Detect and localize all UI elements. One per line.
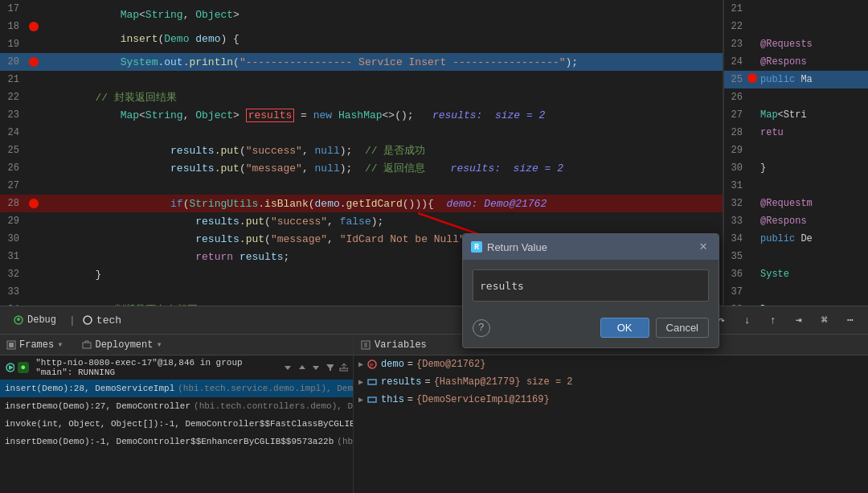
line-num-34: 34: [2, 304, 26, 306]
frames-arrow: ▾: [57, 339, 63, 351]
rln-28: 28: [727, 127, 747, 138]
right-line-30: 30 }: [724, 159, 868, 177]
line-num-33: 33: [2, 286, 26, 298]
gt: >: [233, 9, 240, 21]
rc-33: @Respons: [760, 216, 868, 227]
svg-point-2: [17, 318, 20, 321]
dialog-ok-button[interactable]: OK: [600, 318, 649, 338]
return-value-input[interactable]: [473, 269, 709, 302]
var-p-icon-demo: P: [366, 359, 378, 370]
line-num-30: 30: [2, 233, 26, 244]
frame-item-2[interactable]: invoke(int, Object, Object[]):-1, DemoCo…: [0, 415, 353, 433]
space7: [233, 251, 240, 263]
rln-26: 26: [727, 92, 747, 103]
vars-title: Variables: [375, 339, 427, 351]
frames-more-button[interactable]: ⋯: [839, 310, 862, 330]
rln-22: 22: [727, 21, 747, 32]
highlight-results: results: [246, 109, 295, 122]
dialog-buttons: OK Cancel: [600, 318, 709, 338]
eq: =: [294, 109, 313, 121]
frame-item-1[interactable]: insertDemo(Demo):27, DemoController (hbi…: [0, 397, 353, 415]
vars-panel: Variables ▶ P demo = {Demo@21762} ▶ resu…: [354, 335, 868, 493]
var-value-results: {HashMap@21779} size = 2: [434, 376, 573, 388]
var-item-demo: ▶ P demo = {Demo@21762}: [354, 355, 868, 373]
kw-null2: null: [315, 162, 340, 175]
p2: );: [566, 56, 579, 68]
rln-25: 25: [727, 74, 747, 85]
breakpoint-28[interactable]: [29, 199, 39, 208]
rc-28: retu: [760, 127, 868, 138]
var-name-results: results: [381, 376, 421, 388]
thread-run-icon: [5, 362, 14, 373]
frame-secondary-0: (hbi.tech.service.demo.impl), DemoServic…: [178, 384, 353, 393]
indent31: [121, 251, 196, 263]
rc-32: @Requestm: [760, 198, 868, 209]
frames-icon: [6, 340, 16, 350]
comment-message: // 返回信息: [365, 162, 425, 175]
step-into-button[interactable]: ↓: [736, 310, 759, 330]
type-string: String: [145, 9, 183, 21]
frame-secondary-1: (hbi.tech.controllers.demo), DemoControl…: [194, 401, 353, 411]
vars-icon: [360, 339, 371, 351]
svg-point-3: [84, 316, 92, 324]
var-arrow-results[interactable]: ▶: [358, 377, 363, 387]
line-num-27: 27: [2, 180, 26, 191]
bug-icon: [13, 314, 24, 326]
svg-marker-11: [313, 366, 319, 370]
var-item-results: ▶ results = {HashMap@21779} size = 2: [354, 373, 868, 391]
line-num-20: 20: [2, 56, 26, 68]
line-num-29: 29: [2, 216, 26, 227]
line-num-19: 19: [2, 39, 26, 50]
help-icon: ?: [478, 322, 485, 334]
var-arrow-demo[interactable]: ▶: [358, 359, 363, 369]
debug-toolbar: Debug | tech Server ▼ ▶ ⏸ ■ ↺ ↷ ↓ ↑ ⇥ ⌘ …: [0, 306, 868, 335]
right-line-24: 24 @Respons: [724, 53, 868, 71]
thread-down-icon[interactable]: [310, 362, 320, 373]
svg-rect-6: [83, 343, 91, 348]
line-num-25: 25: [2, 145, 26, 156]
line-num-22: 22: [2, 92, 26, 103]
brackets: <>();: [383, 109, 432, 121]
rc-34: public De: [760, 233, 868, 244]
frame-item-0[interactable]: insert(Demo):28, DemoServiceImpl (hbi.te…: [0, 380, 353, 397]
debug-results2: results: size = 2: [451, 162, 563, 175]
frame-item-3[interactable]: insertDemo(Demo):-1, DemoController$$Enh…: [0, 433, 353, 450]
debug-label: Debug: [27, 314, 56, 326]
type-system: System: [121, 56, 158, 68]
thread-filter-icon[interactable]: [325, 362, 334, 373]
rln-27: 27: [727, 109, 747, 121]
rc-38: Demo: [760, 304, 868, 306]
step-out-button[interactable]: ↑: [762, 310, 784, 330]
right-line-22: 22: [724, 18, 868, 35]
debug-results: results: size = 2: [432, 109, 545, 121]
ri-25: [747, 73, 760, 86]
type-hashmap: HashMap: [338, 109, 383, 121]
frames-content: insert(Demo):28, DemoServiceImpl (hbi.te…: [0, 380, 353, 450]
dialog-close-button[interactable]: ✕: [696, 239, 710, 255]
fn-println: println: [189, 56, 233, 68]
return-value-dialog: R Return Value ✕ ? OK Cancel: [462, 233, 719, 348]
kw-new: new: [313, 109, 332, 121]
dialog-cancel-button[interactable]: Cancel: [656, 318, 709, 338]
frame-secondary-3: (hbi.tech.contri...: [337, 437, 353, 446]
line-num-28: 28: [2, 198, 26, 209]
right-line-23: 23 @Requests: [724, 35, 868, 53]
dialog-title-area: R Return Value: [471, 241, 547, 253]
evaluate-button[interactable]: ⌘: [813, 310, 836, 330]
var-arrow-this[interactable]: ▶: [358, 395, 363, 405]
frames-header: Frames ▾ Deployment ▾: [0, 335, 353, 355]
thread-export-icon[interactable]: [338, 362, 348, 373]
right-line-25: 25 public Ma: [724, 71, 868, 88]
p1: (: [233, 56, 240, 68]
breakpoint-20[interactable]: [29, 57, 39, 67]
rc-27: Map<Stri: [760, 109, 868, 121]
breakpoint-r25[interactable]: [747, 73, 757, 83]
run-to-cursor-button[interactable]: ⇥: [788, 310, 810, 330]
rln-33: 33: [727, 216, 747, 227]
breakpoint-18[interactable]: [29, 22, 39, 31]
thread-up-icon[interactable]: [297, 362, 306, 373]
right-line-26: 26: [724, 88, 868, 106]
line-num-24: 24: [2, 127, 26, 138]
dialog-help-button[interactable]: ?: [473, 319, 490, 337]
thread-dropdown-icon[interactable]: [282, 362, 292, 373]
